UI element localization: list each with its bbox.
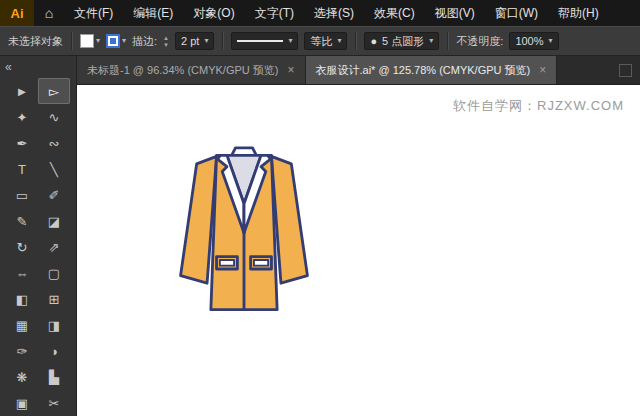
stroke-box-control[interactable]: ▾ [106, 34, 126, 48]
collapse-chevrons-icon: « [5, 60, 12, 74]
jacket-left-pocket-slit[interactable] [220, 260, 234, 266]
main-area: « ► ▻ ✦ ∿ ✒ ∾ T ╲ ▭ ✐ ✎ ◪ ↻ ⇗ ⇔ ▢ ◧ ⊞ [0, 56, 640, 416]
home-icon[interactable]: ⌂ [34, 5, 64, 21]
stroke-box-icon [106, 34, 120, 48]
pen-tool-icon[interactable]: ✒ [6, 130, 38, 156]
jacket-right-pocket-slit[interactable] [254, 260, 268, 266]
chevron-down-icon: ▾ [96, 37, 100, 45]
document-area: 未标题-1 @ 96.34% (CMYK/GPU 预览) × 衣服设计.ai* … [77, 56, 640, 416]
chevron-down-icon: ▾ [204, 37, 208, 45]
stroke-weight-label: 描边: [132, 34, 157, 49]
width-profile-value: 等比 [310, 34, 332, 49]
menu-bar: Ai ⌂ 文件(F) 编辑(E) 对象(O) 文字(T) 选择(S) 效果(C)… [0, 0, 640, 26]
chevron-down-icon: ▾ [122, 37, 126, 45]
chevron-down-icon: ▾ [337, 37, 341, 45]
column-graph-tool-icon[interactable]: ▙ [38, 364, 70, 390]
artboard-tool-icon[interactable]: ▣ [6, 390, 38, 416]
brush-dot-icon: ● [370, 35, 377, 47]
mesh-tool-icon[interactable]: ▦ [6, 312, 38, 338]
menu-item-file[interactable]: 文件(F) [64, 0, 123, 26]
fill-color-swatch [80, 34, 94, 48]
brush-definition-value: 5 点圆形 [382, 34, 424, 49]
width-tool-icon[interactable]: ⇔ [6, 260, 38, 286]
separator [355, 32, 356, 50]
illustrator-window: Ai ⌂ 文件(F) 编辑(E) 对象(O) 文字(T) 选择(S) 效果(C)… [0, 0, 640, 416]
blend-tool-icon[interactable]: ◑ [38, 338, 70, 364]
menu-item-window[interactable]: 窗口(W) [485, 0, 548, 26]
menu-item-type[interactable]: 文字(T) [245, 0, 304, 26]
separator [71, 32, 72, 50]
tools-grid: ► ▻ ✦ ∿ ✒ ∾ T ╲ ▭ ✐ ✎ ◪ ↻ ⇗ ⇔ ▢ ◧ ⊞ ▦ ◨ [0, 78, 76, 416]
chevron-down-icon: ▾ [549, 37, 553, 45]
watermark-text: 软件自学网：RJZXW.COM [453, 97, 624, 115]
chevron-down-icon: ▾ [288, 37, 292, 45]
menu-item-help[interactable]: 帮助(H) [548, 0, 609, 26]
stepper-up-icon[interactable]: ▲ [163, 35, 169, 41]
opacity-label: 不透明度: [456, 34, 503, 49]
magic-wand-tool-icon[interactable]: ✦ [6, 104, 38, 130]
opacity-select[interactable]: 100% ▾ [509, 32, 558, 50]
stroke-style-select[interactable]: ▾ [231, 32, 298, 50]
free-transform-tool-icon[interactable]: ▢ [38, 260, 70, 286]
symbol-sprayer-tool-icon[interactable]: ❋ [6, 364, 38, 390]
document-tab-bar: 未标题-1 @ 96.34% (CMYK/GPU 预览) × 衣服设计.ai* … [77, 56, 640, 85]
type-tool-icon[interactable]: T [6, 156, 38, 182]
brush-definition-select[interactable]: ● 5 点圆形 ▾ [364, 32, 439, 50]
tab-label: 衣服设计.ai* @ 125.78% (CMYK/GPU 预览) [316, 63, 531, 78]
separator [447, 32, 448, 50]
close-icon[interactable]: × [539, 63, 546, 77]
stroke-weight-select[interactable]: 2 pt ▾ [175, 32, 214, 50]
document-tab-clothing-design[interactable]: 衣服设计.ai* @ 125.78% (CMYK/GPU 预览) × [306, 56, 558, 84]
direct-selection-tool-icon[interactable]: ▻ [38, 78, 70, 104]
scale-tool-icon[interactable]: ⇗ [38, 234, 70, 260]
menu-item-select[interactable]: 选择(S) [304, 0, 364, 26]
line-segment-tool-icon[interactable]: ╲ [38, 156, 70, 182]
perspective-grid-tool-icon[interactable]: ⊞ [38, 286, 70, 312]
toolbar-collapse-button[interactable]: « [0, 56, 76, 78]
chevron-down-icon: ▾ [429, 37, 433, 45]
stroke-style-line-icon [237, 40, 283, 42]
width-profile-select[interactable]: 等比 ▾ [304, 32, 347, 50]
close-icon[interactable]: × [287, 63, 294, 77]
tab-label: 未标题-1 @ 96.34% (CMYK/GPU 预览) [87, 63, 278, 78]
control-bar: 未选择对象 ▾ ▾ 描边: ▲ ▼ 2 pt ▾ ▾ 等比 ▾ [0, 26, 640, 56]
menu-item-view[interactable]: 视图(V) [425, 0, 485, 26]
menu-item-edit[interactable]: 编辑(E) [123, 0, 183, 26]
eraser-tool-icon[interactable]: ◪ [38, 208, 70, 234]
menu-item-object[interactable]: 对象(O) [183, 0, 244, 26]
fill-color-control[interactable]: ▾ [80, 34, 100, 48]
opacity-value: 100% [515, 35, 543, 47]
stroke-weight-value: 2 pt [181, 35, 199, 47]
selection-status-label: 未选择对象 [8, 34, 63, 49]
eyedropper-tool-icon[interactable]: ✑ [6, 338, 38, 364]
shape-builder-tool-icon[interactable]: ◧ [6, 286, 38, 312]
rotate-tool-icon[interactable]: ↻ [6, 234, 38, 260]
menu-item-effect[interactable]: 效果(C) [364, 0, 425, 26]
separator [222, 32, 223, 50]
lasso-tool-icon[interactable]: ∿ [38, 104, 70, 130]
app-logo-icon[interactable]: Ai [0, 0, 34, 26]
slice-tool-icon[interactable]: ✂ [38, 390, 70, 416]
stepper-down-icon[interactable]: ▼ [163, 42, 169, 48]
tab-bar-spacer [557, 56, 611, 84]
paintbrush-tool-icon[interactable]: ✐ [38, 182, 70, 208]
rectangle-tool-icon[interactable]: ▭ [6, 182, 38, 208]
curvature-tool-icon[interactable]: ∾ [38, 130, 70, 156]
tools-panel: « ► ▻ ✦ ∿ ✒ ∾ T ╲ ▭ ✐ ✎ ◪ ↻ ⇗ ⇔ ▢ ◧ ⊞ [0, 56, 77, 416]
gradient-tool-icon[interactable]: ◨ [38, 312, 70, 338]
stroke-weight-stepper[interactable]: ▲ ▼ [163, 35, 169, 48]
pencil-tool-icon[interactable]: ✎ [6, 208, 38, 234]
document-tab-untitled[interactable]: 未标题-1 @ 96.34% (CMYK/GPU 预览) × [77, 56, 306, 84]
selection-tool-icon[interactable]: ► [6, 78, 38, 104]
dock-toggle-icon[interactable] [619, 64, 632, 77]
jacket-artwork[interactable] [173, 143, 315, 323]
canvas[interactable]: 软件自学网：RJZXW.COM [77, 85, 640, 416]
